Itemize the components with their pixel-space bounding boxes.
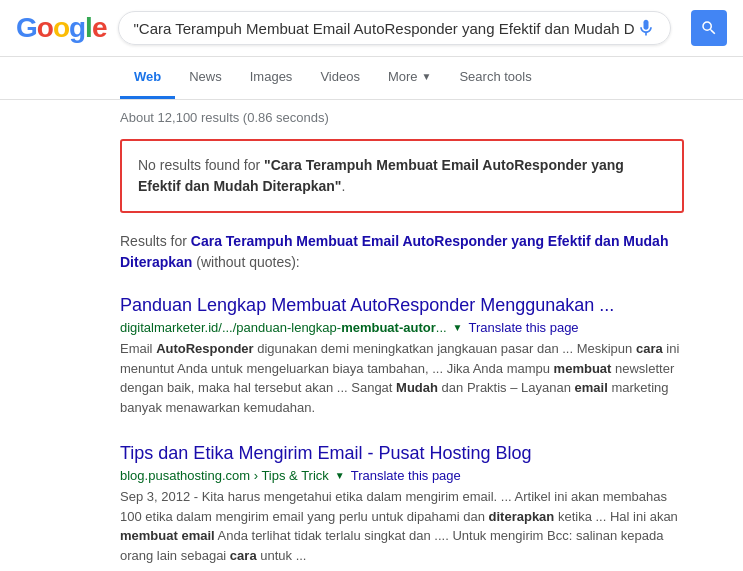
logo-g: G [16, 12, 37, 43]
no-results-text: No results found for "Cara Terampuh Memb… [138, 155, 666, 197]
search-input[interactable] [133, 20, 636, 37]
result-2-url-row: blog.pusathosting.com › Tips & Trick ▼ T… [120, 468, 684, 483]
search-bar [118, 11, 671, 45]
result-1-url-arrow: ▼ [453, 322, 463, 333]
results-for: Results for Cara Terampuh Membuat Email … [120, 231, 684, 273]
result-2-snippet: Sep 3, 2012 - Kita harus mengetahui etik… [120, 487, 684, 565]
logo-o2: o [53, 12, 69, 43]
tab-web[interactable]: Web [120, 57, 175, 99]
no-results-suffix: . [341, 178, 345, 194]
header: Google [0, 0, 743, 57]
logo-e2: e [92, 12, 107, 43]
tab-news[interactable]: News [175, 57, 236, 99]
result-1-translate[interactable]: Translate this page [469, 320, 579, 335]
mic-icon[interactable] [636, 18, 656, 38]
tab-videos[interactable]: Videos [306, 57, 374, 99]
search-result-1: Panduan Lengkap Membuat AutoResponder Me… [120, 293, 684, 417]
results-for-suffix: (without quotes): [192, 254, 299, 270]
search-button[interactable] [691, 10, 727, 46]
results-count: About 12,100 results (0.86 seconds) [120, 110, 684, 125]
result-1-url: digitalmarketer.id/.../panduan-lengkap-m… [120, 320, 447, 335]
nav-tabs: Web News Images Videos More ▼ Search too… [0, 57, 743, 100]
google-logo: Google [16, 12, 106, 44]
tab-more[interactable]: More ▼ [374, 57, 446, 99]
result-1-url-bold: membuat-autor [341, 320, 436, 335]
result-2-url: blog.pusathosting.com › Tips & Trick [120, 468, 329, 483]
search-icon [700, 19, 718, 37]
result-2-translate[interactable]: Translate this page [351, 468, 461, 483]
logo-le: l [85, 12, 92, 43]
results-for-prefix: Results for [120, 233, 191, 249]
result-1-url-row: digitalmarketer.id/.../panduan-lengkap-m… [120, 320, 684, 335]
result-2-url-arrow: ▼ [335, 470, 345, 481]
no-results-prefix: No results found for [138, 157, 264, 173]
tab-images[interactable]: Images [236, 57, 307, 99]
search-icons [636, 18, 656, 38]
no-results-box: No results found for "Cara Terampuh Memb… [120, 139, 684, 213]
tab-search-tools[interactable]: Search tools [445, 57, 545, 99]
logo-gl: g [69, 12, 85, 43]
result-2-title[interactable]: Tips dan Etika Mengirim Email - Pusat Ho… [120, 443, 532, 463]
content-area: About 12,100 results (0.86 seconds) No r… [0, 100, 700, 571]
result-2-date: Sep 3, 2012 [120, 489, 190, 504]
result-1-snippet: Email AutoResponder digunakan demi menin… [120, 339, 684, 417]
result-1-title[interactable]: Panduan Lengkap Membuat AutoResponder Me… [120, 295, 614, 315]
search-result-2: Tips dan Etika Mengirim Email - Pusat Ho… [120, 441, 684, 565]
more-dropdown-arrow: ▼ [422, 71, 432, 82]
logo-o1: o [37, 12, 53, 43]
